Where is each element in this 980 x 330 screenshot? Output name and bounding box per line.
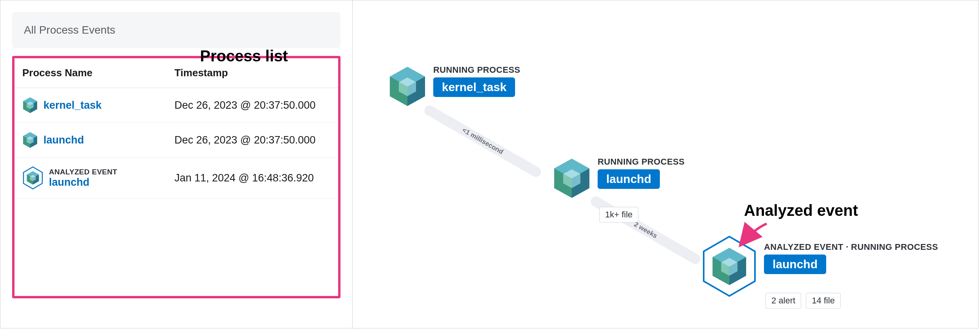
all-process-events-header[interactable]: All Process Events: [12, 12, 340, 48]
graph-node-kernel-task[interactable]: RUNNING PROCESS kernel_task: [388, 65, 520, 108]
process-cube-icon: [22, 131, 38, 149]
node-name-pill[interactable]: launchd: [598, 169, 660, 189]
process-cube-icon: [22, 97, 38, 114]
node-name-pill[interactable]: launchd: [764, 255, 826, 274]
edge-label: 2 weeks: [632, 221, 658, 240]
node-caption: ANALYZED EVENT · RUNNING PROCESS: [764, 242, 938, 252]
edge-label: <1 millisecond: [461, 126, 504, 156]
node-badge[interactable]: 1k+ file: [599, 207, 638, 222]
process-link[interactable]: launchd: [43, 134, 84, 146]
col-process-name[interactable]: Process Name: [14, 58, 167, 88]
process-list-panel: All Process Events Process list Process …: [0, 0, 353, 328]
process-link[interactable]: kernel_task: [43, 99, 102, 111]
node-name-pill[interactable]: kernel_task: [433, 77, 515, 97]
process-cube-icon: [552, 157, 591, 200]
node-badge[interactable]: 2 alert: [766, 293, 801, 308]
node-badge[interactable]: 14 file: [806, 293, 841, 308]
callout-analyzed-event: Analyzed event: [744, 202, 858, 219]
node-caption: RUNNING PROCESS: [433, 65, 520, 75]
process-link[interactable]: launchd: [49, 176, 117, 188]
graph-edge: <1 millisecond: [423, 104, 543, 179]
analyzed-event-label: ANALYZED EVENT: [49, 168, 117, 176]
table-row[interactable]: launchd Dec 26, 2023 @ 20:37:50.000: [14, 123, 338, 158]
process-cube-icon: [26, 170, 40, 185]
process-tree-graph[interactable]: <1 millisecond 2 weeks RUNNING PROCESS k…: [353, 0, 978, 328]
table-row[interactable]: ANALYZED EVENT launchd Jan 11, 2024 @ 16…: [14, 158, 338, 199]
callout-arrow-icon: [732, 221, 771, 253]
all-process-events-label: All Process Events: [24, 24, 115, 36]
process-table: Process Name Timestamp kernel_task: [14, 58, 338, 199]
analyzed-process-icon: [22, 166, 43, 190]
timestamp-cell: Dec 26, 2023 @ 20:37:50.000: [167, 123, 338, 158]
graph-node-launchd[interactable]: RUNNING PROCESS launchd 1k+ file: [552, 157, 685, 200]
main-container: All Process Events Process list Process …: [0, 0, 978, 328]
process-table-highlight: Process Name Timestamp kernel_task: [12, 56, 340, 298]
timestamp-cell: Dec 26, 2023 @ 20:37:50.000: [167, 88, 338, 123]
callout-process-list: Process list: [200, 47, 288, 65]
timestamp-cell: Jan 11, 2024 @ 16:48:36.920: [167, 158, 338, 199]
table-row[interactable]: kernel_task Dec 26, 2023 @ 20:37:50.000: [14, 88, 338, 123]
node-caption: RUNNING PROCESS: [598, 157, 685, 167]
process-cube-icon: [388, 65, 427, 108]
